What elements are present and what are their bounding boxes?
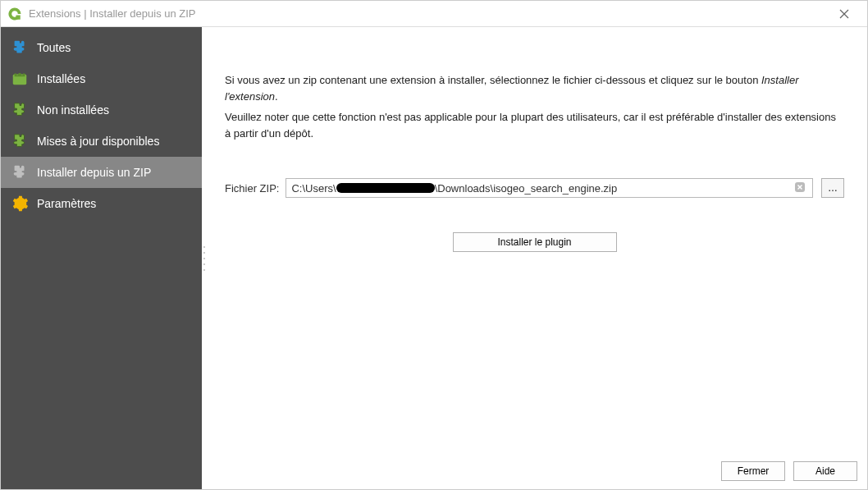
dialog-footer: Fermer Aide <box>202 453 867 489</box>
sidebar-item-settings[interactable]: Paramètres <box>1 188 202 219</box>
zip-path-after: \Downloads\isogeo_search_engine.zip <box>435 182 618 195</box>
sidebar-item-updates[interactable]: Mises à jour disponibles <box>1 126 202 157</box>
intro-line-1: Si vous avez un zip contenant une extens… <box>225 72 844 104</box>
titlebar: Extensions | Installer depuis un ZIP <box>1 1 867 27</box>
zip-field-label: Fichier ZIP: <box>225 182 279 195</box>
sidebar: Toutes Installées Non installées Mises à… <box>1 27 202 489</box>
sidebar-item-label: Installées <box>37 72 85 85</box>
sidebar-item-installed[interactable]: Installées <box>1 63 202 94</box>
window-close-button[interactable] <box>828 2 861 25</box>
install-plugin-button[interactable]: Installer le plugin <box>453 232 617 252</box>
main-panel: Si vous avez un zip contenant une extens… <box>202 27 867 489</box>
close-button[interactable]: Fermer <box>721 461 785 481</box>
sidebar-item-label: Mises à jour disponibles <box>37 135 159 148</box>
browse-button[interactable]: … <box>821 178 844 198</box>
redacted-username <box>336 183 435 193</box>
zip-path-input[interactable]: C:\Users\ \Downloads\isogeo_search_engin… <box>286 178 813 198</box>
zip-path-before: C:\Users\ <box>291 182 336 195</box>
svg-rect-0 <box>16 15 21 19</box>
gear-icon <box>11 195 29 213</box>
clear-input-icon[interactable] <box>793 181 807 195</box>
sidebar-item-label: Non installées <box>37 103 109 117</box>
sidebar-item-label: Installer depuis un ZIP <box>37 166 151 179</box>
puzzle-update-icon <box>11 132 29 150</box>
puzzle-icon <box>11 39 29 57</box>
window-title: Extensions | Installer depuis un ZIP <box>29 7 196 20</box>
sidebar-item-label: Paramètres <box>37 197 96 210</box>
puzzle-dark-icon <box>11 101 29 119</box>
intro-line-2: Veuillez noter que cette fonction n'est … <box>225 109 844 141</box>
qgis-icon <box>7 7 22 21</box>
sidebar-item-install-zip[interactable]: Installer depuis un ZIP <box>1 157 202 188</box>
sidebar-item-label: Toutes <box>37 41 71 54</box>
sidebar-item-all[interactable]: Toutes <box>1 32 202 63</box>
sidebar-item-not-installed[interactable]: Non installées <box>1 94 202 126</box>
puzzle-box-icon <box>11 70 29 88</box>
help-button[interactable]: Aide <box>793 461 857 481</box>
splitter-handle[interactable] <box>202 246 207 271</box>
puzzle-gray-icon <box>11 163 29 181</box>
